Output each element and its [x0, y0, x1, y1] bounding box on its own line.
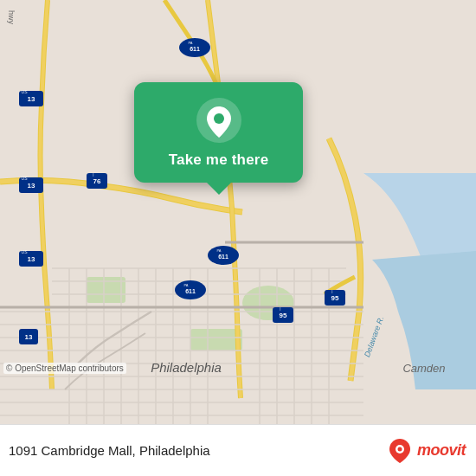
svg-text:95: 95 — [280, 312, 287, 319]
moovit-icon — [386, 437, 414, 465]
svg-text:13: 13 — [25, 333, 33, 341]
svg-text:13: 13 — [28, 255, 35, 263]
svg-text:PA: PA — [216, 248, 221, 253]
svg-text:611: 611 — [190, 46, 200, 52]
copyright-notice: © OpenStreetMap contributors — [3, 363, 126, 374]
svg-text:611: 611 — [218, 254, 228, 260]
map-svg: 13 US 13 US 13 US 13 76 I 611 PA 611 PA … — [0, 0, 476, 424]
svg-point-71 — [397, 447, 402, 451]
svg-text:PA: PA — [183, 283, 188, 287]
take-me-there-popup[interactable]: Take me there — [134, 82, 303, 183]
svg-text:Philadelphia: Philadelphia — [151, 360, 222, 375]
svg-rect-2 — [190, 329, 242, 351]
svg-text:US: US — [22, 249, 29, 254]
svg-text:76: 76 — [93, 177, 101, 185]
svg-text:PA: PA — [188, 41, 192, 45]
svg-text:hwy: hwy — [7, 10, 16, 25]
moovit-logo[interactable]: moovit — [386, 437, 466, 465]
svg-text:95: 95 — [331, 294, 339, 302]
moovit-wordmark: moovit — [417, 441, 466, 460]
svg-text:US: US — [22, 89, 29, 94]
svg-text:US: US — [22, 176, 29, 181]
svg-text:I: I — [280, 307, 280, 312]
svg-text:611: 611 — [185, 288, 196, 294]
svg-text:I: I — [331, 290, 332, 294]
svg-text:I: I — [93, 173, 93, 177]
bottom-bar: 1091 Cambridge Mall, Philadelphia moovit — [0, 424, 476, 476]
svg-text:13: 13 — [28, 95, 35, 103]
map-area[interactable]: 13 US 13 US 13 US 13 76 I 611 PA 611 PA … — [0, 0, 476, 424]
svg-text:13: 13 — [28, 182, 35, 190]
svg-point-69 — [214, 113, 224, 124]
location-pin-icon — [196, 98, 241, 143]
popup-label: Take me there — [169, 151, 269, 169]
svg-text:Camden: Camden — [402, 362, 445, 375]
address-text: 1091 Cambridge Mall, Philadelphia — [9, 443, 210, 458]
